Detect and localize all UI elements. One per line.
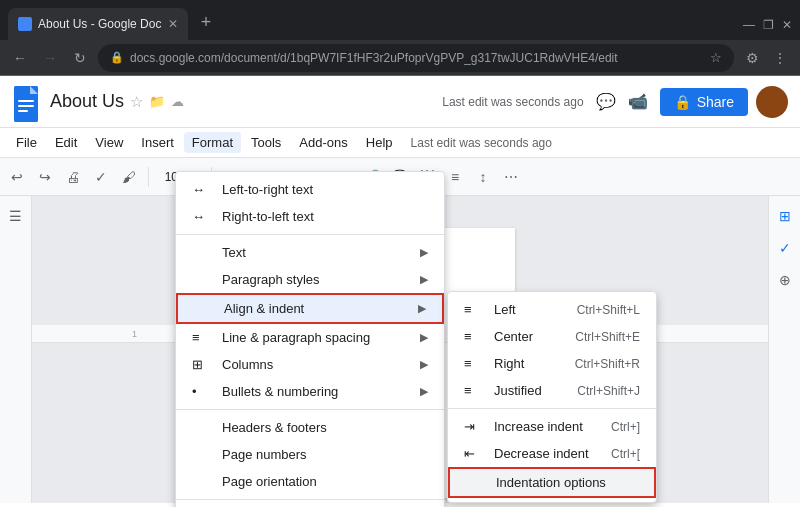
- svg-rect-3: [18, 105, 34, 107]
- align-center-item[interactable]: ≡ Center Ctrl+Shift+E: [448, 323, 656, 350]
- format-divider-2: [176, 409, 444, 410]
- menu-item-help[interactable]: Help: [358, 132, 401, 153]
- comments-icon[interactable]: 💬: [592, 88, 620, 116]
- doc-title[interactable]: About Us: [50, 91, 124, 112]
- increase-indent-label: Increase indent: [494, 419, 583, 434]
- right-sidebar-icon-1[interactable]: ⊞: [773, 204, 797, 228]
- format-ltr-item[interactable]: ↔ Left-to-right text: [176, 176, 444, 203]
- headers-label: Headers & footers: [222, 420, 327, 435]
- decrease-indent-shortcut: Ctrl+[: [611, 447, 640, 461]
- format-rtl-item[interactable]: ↔ Right-to-left text: [176, 203, 444, 230]
- text-arrow: ▶: [420, 246, 428, 259]
- user-avatar[interactable]: [756, 86, 788, 118]
- align-right-item[interactable]: ≡ Right Ctrl+Shift+R: [448, 350, 656, 377]
- toolbar-divider-1: [148, 167, 149, 187]
- extensions-icon[interactable]: ⚙: [740, 46, 764, 70]
- print-button[interactable]: 🖨: [60, 164, 86, 190]
- menu-item-format[interactable]: Format: [184, 132, 241, 153]
- docs-logo: [12, 86, 42, 118]
- align-indent-label: Align & indent: [224, 301, 304, 316]
- paint-format-button[interactable]: 🖌: [116, 164, 142, 190]
- star-doc-icon[interactable]: ☆: [130, 93, 143, 111]
- redo-button[interactable]: ↪: [32, 164, 58, 190]
- format-page-orientation-item[interactable]: Page orientation: [176, 468, 444, 495]
- folder-icon[interactable]: 📁: [149, 94, 165, 109]
- align-right-label: Right: [494, 356, 524, 371]
- share-lock-icon: 🔒: [674, 94, 691, 110]
- format-text-item[interactable]: Text ▶: [176, 239, 444, 266]
- ltr-icon: ↔: [192, 182, 214, 197]
- url-text: docs.google.com/document/d/1bqPW7IF1fHF3…: [130, 51, 704, 65]
- tab-close-icon[interactable]: ✕: [168, 17, 178, 31]
- format-headers-item[interactable]: Headers & footers: [176, 414, 444, 441]
- spellcheck-button[interactable]: ✓: [88, 164, 114, 190]
- format-columns-item[interactable]: ⊞ Columns ▶: [176, 351, 444, 378]
- bullets-label: Bullets & numbering: [222, 384, 338, 399]
- align-center-icon: ≡: [464, 329, 486, 344]
- tab-title: About Us - Google Doc: [38, 17, 162, 31]
- menu-bar: File Edit View Insert Format Tools Add-o…: [0, 128, 800, 158]
- menu-item-file[interactable]: File: [8, 132, 45, 153]
- new-tab-button[interactable]: +: [192, 8, 220, 36]
- columns-icon: ⊞: [192, 357, 214, 372]
- minimize-icon[interactable]: —: [743, 18, 755, 32]
- indentation-options-label: Indentation options: [496, 475, 606, 490]
- right-sidebar-icon-3[interactable]: ⊕: [773, 268, 797, 292]
- align-justified-shortcut: Ctrl+Shift+J: [577, 384, 640, 398]
- menu-item-addons[interactable]: Add-ons: [291, 132, 355, 153]
- align-button[interactable]: ≡: [442, 164, 468, 190]
- align-left-shortcut: Ctrl+Shift+L: [577, 303, 640, 317]
- bullets-arrow: ▶: [420, 385, 428, 398]
- back-button[interactable]: ←: [8, 46, 32, 70]
- docs-title-row: About Us ☆ 📁 ☁: [50, 91, 434, 112]
- menu-item-tools[interactable]: Tools: [243, 132, 289, 153]
- para-styles-arrow: ▶: [420, 273, 428, 286]
- align-justified-item[interactable]: ≡ Justified Ctrl+Shift+J: [448, 377, 656, 404]
- format-align-indent-item[interactable]: Align & indent ▶: [176, 293, 444, 324]
- page-numbers-label: Page numbers: [222, 447, 307, 462]
- right-sidebar: ⊞ ✓ ⊕: [768, 196, 800, 503]
- menu-item-edit[interactable]: Edit: [47, 132, 85, 153]
- right-sidebar-icon-2[interactable]: ✓: [773, 236, 797, 260]
- decrease-indent-item[interactable]: ⇤ Decrease indent Ctrl+[: [448, 440, 656, 467]
- align-center-shortcut: Ctrl+Shift+E: [575, 330, 640, 344]
- line-spacing-icon: ≡: [192, 330, 214, 345]
- cloud-icon[interactable]: ☁: [171, 94, 184, 109]
- svg-rect-4: [18, 110, 28, 112]
- format-bullets-item[interactable]: • Bullets & numbering ▶: [176, 378, 444, 405]
- profile-icon[interactable]: ⋮: [768, 46, 792, 70]
- align-right-shortcut: Ctrl+Shift+R: [575, 357, 640, 371]
- forward-button[interactable]: →: [38, 46, 62, 70]
- ltr-label: Left-to-right text: [222, 182, 313, 197]
- format-page-numbers-item[interactable]: Page numbers: [176, 441, 444, 468]
- align-left-icon: ≡: [464, 302, 486, 317]
- format-para-styles-item[interactable]: Paragraph styles ▶: [176, 266, 444, 293]
- align-left-item[interactable]: ≡ Left Ctrl+Shift+L: [448, 296, 656, 323]
- menu-item-view[interactable]: View: [87, 132, 131, 153]
- refresh-button[interactable]: ↻: [68, 46, 92, 70]
- share-button[interactable]: 🔒 Share: [660, 88, 748, 116]
- undo-button[interactable]: ↩: [4, 164, 30, 190]
- indentation-options-item[interactable]: Indentation options: [448, 467, 656, 498]
- rtl-label: Right-to-left text: [222, 209, 314, 224]
- last-edit-bar: Last edit was seconds ago: [411, 136, 552, 150]
- columns-arrow: ▶: [420, 358, 428, 371]
- align-submenu-divider: [448, 408, 656, 409]
- outline-icon[interactable]: ☰: [4, 204, 28, 228]
- url-bar[interactable]: 🔒 docs.google.com/document/d/1bqPW7IF1fH…: [98, 44, 734, 72]
- close-icon[interactable]: ✕: [782, 18, 792, 32]
- format-line-spacing-item[interactable]: ≡ Line & paragraph spacing ▶: [176, 324, 444, 351]
- line-spacing-button[interactable]: ↕: [470, 164, 496, 190]
- align-right-icon: ≡: [464, 356, 486, 371]
- increase-indent-item[interactable]: ⇥ Increase indent Ctrl+]: [448, 413, 656, 440]
- more-toolbar-button[interactable]: ⋯: [498, 164, 524, 190]
- increase-indent-shortcut: Ctrl+]: [611, 420, 640, 434]
- window-controls: — ❐ ✕: [743, 18, 792, 32]
- menu-item-insert[interactable]: Insert: [133, 132, 182, 153]
- address-bar: ← → ↻ 🔒 docs.google.com/document/d/1bqPW…: [0, 40, 800, 76]
- star-url-icon[interactable]: ☆: [710, 50, 722, 65]
- meeting-icon[interactable]: 📹: [624, 88, 652, 116]
- share-label: Share: [697, 94, 734, 110]
- maximize-icon[interactable]: ❐: [763, 18, 774, 32]
- browser-tab[interactable]: About Us - Google Doc ✕: [8, 8, 188, 40]
